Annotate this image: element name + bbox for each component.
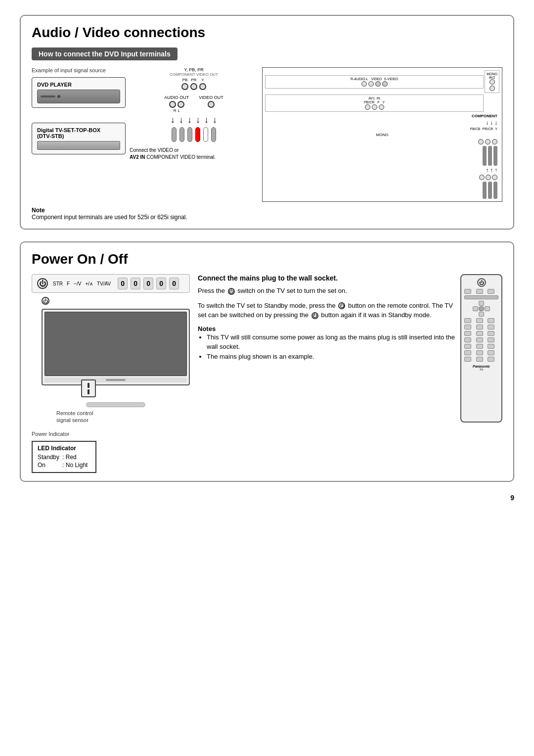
r-btn-8 xyxy=(476,325,483,330)
component-video-out-label: Y, PB, PR COMPONENT VIDEO OUT xyxy=(130,67,258,77)
r-btn-4 xyxy=(464,318,471,323)
br2 xyxy=(488,182,492,199)
remote-extra-row xyxy=(464,350,498,355)
panel-row-top: R-AUDIO-L VIDEO S-VIDEO MONO xyxy=(265,70,499,93)
arrow6: ↓ xyxy=(213,115,217,125)
dvd-player-label: DVD PLAYER xyxy=(37,82,120,88)
audio-video-section: Audio / Video connections How to connect… xyxy=(20,15,514,230)
num-6 xyxy=(488,337,494,342)
page-number: 9 xyxy=(20,494,514,502)
ch-btn-1: 0 xyxy=(118,278,128,289)
bp-c3 xyxy=(375,81,381,87)
r-audio-l-label: R-AUDIO-L xyxy=(351,77,368,81)
note-section: Note Component input terminals are used … xyxy=(32,207,502,221)
pr-label: PR xyxy=(190,78,197,82)
led-on-value: : No Light xyxy=(62,461,90,469)
remote-power-area: ⏻ xyxy=(464,278,498,287)
led-title: LED Indicator xyxy=(38,445,90,452)
remote-playback xyxy=(464,357,498,362)
video-label: VIDEO xyxy=(371,77,382,81)
num-5 xyxy=(476,337,483,342)
f-label: F xyxy=(67,281,70,286)
str-label: STR xyxy=(53,281,63,286)
tv-body xyxy=(42,309,190,385)
rca2 xyxy=(179,127,184,142)
rca1 xyxy=(172,127,177,142)
panel-section-r-audio-mono: MONO AV2 xyxy=(485,70,499,93)
tv-base-bar xyxy=(86,402,145,407)
plug-icon xyxy=(81,379,96,397)
tail1 xyxy=(483,146,487,166)
rca3 xyxy=(187,127,192,142)
pr-cr-label: PR/CR xyxy=(483,127,493,131)
y-connector xyxy=(199,83,206,90)
dtv-stb-box: Digital TV-SET-TOP-BOX (DTV-STB) xyxy=(32,123,126,154)
power-title: Power On / Off xyxy=(32,251,502,267)
num-3 xyxy=(488,331,494,336)
arrows-down: ↓ ↓ ↓ ↓ ↓ ↓ xyxy=(130,115,258,125)
rca5 xyxy=(203,127,208,142)
av1-connectors xyxy=(267,104,482,110)
component-terminal-text: COMPONENT VIDEO terminal. xyxy=(146,154,216,160)
dtv-stb-body xyxy=(37,141,120,150)
r-play-1 xyxy=(464,357,471,362)
av2-in-connectors xyxy=(265,139,497,144)
av2-label: AV2 xyxy=(487,76,497,79)
comp-c1 xyxy=(479,175,485,180)
channel-buttons: 0 0 0 0 0 xyxy=(118,278,179,289)
video-out-spacer xyxy=(199,108,223,113)
arrow1: ↓ xyxy=(171,115,175,125)
r-play-2 xyxy=(476,357,483,362)
video-out-label: VIDEO OUT xyxy=(199,95,223,100)
c-arrow2: ↓ xyxy=(490,119,493,126)
led-standby-label: Standby xyxy=(38,453,62,461)
bp-av1-3 xyxy=(379,104,384,110)
wall-plug xyxy=(81,379,190,397)
remote-grid-3 xyxy=(464,325,498,330)
connect-video-text: Connect the VIDEO or xyxy=(130,147,179,153)
notes-section: Notes This TV will still consume some po… xyxy=(198,325,460,362)
plus-a-label: +/∧ xyxy=(85,281,93,286)
bp-av2-1 xyxy=(490,79,495,85)
power-indicator-label: Power Indicator xyxy=(32,431,190,437)
av-diagram: Example of input signal source DVD PLAYE… xyxy=(32,67,502,202)
press-text: Press the xyxy=(198,287,225,294)
tail2 xyxy=(488,146,492,166)
tv-base xyxy=(42,402,190,407)
r-label: R xyxy=(174,108,177,113)
y-comp-label: Y xyxy=(495,127,497,131)
br1 xyxy=(483,182,487,199)
num-8 xyxy=(476,344,483,349)
r-extra-3 xyxy=(488,350,494,355)
pr-connector xyxy=(190,83,197,90)
note-label: Note xyxy=(32,207,45,214)
power-icon-row: ⏻ xyxy=(42,297,190,305)
remote-num-7-9 xyxy=(464,344,498,349)
tv-av-label: TV/AV xyxy=(97,281,111,286)
component-panel-label: COMPONENT xyxy=(265,114,497,118)
component-input-connectors xyxy=(265,175,497,180)
r-btn-1 xyxy=(464,289,471,294)
component-out-label: COMPONENT VIDEO OUT xyxy=(130,72,258,77)
num-1 xyxy=(464,331,471,336)
remote-num-1-3 xyxy=(464,331,498,336)
r-btn-5 xyxy=(476,318,483,323)
nav-tl xyxy=(473,301,478,306)
num-7 xyxy=(464,344,471,349)
standby-instruction-para: To switch the TV set to Standby mode, pr… xyxy=(198,301,460,320)
power-section-full: ⏻ STR F −/V +/∧ TV/AV 0 0 0 0 0 xyxy=(32,274,502,473)
remote-power-btn: ⏻ xyxy=(477,278,486,287)
power-symbol-small: ⏻ xyxy=(42,297,49,305)
comp-c2 xyxy=(486,175,491,180)
ch-btn-2: 0 xyxy=(131,278,140,289)
bp-av1-2 xyxy=(372,104,377,110)
nav-bl xyxy=(473,312,478,317)
subsection-header: How to connect the DVD Input terminals xyxy=(32,47,178,60)
audio-out-area: AUDIO OUT R L VIDEO OUT xyxy=(130,95,258,113)
remote-sensor-area: Remote control signal sensor xyxy=(56,410,190,423)
av2-c1 xyxy=(478,139,484,144)
note-text: Component input terminals are used for 5… xyxy=(32,214,187,221)
ch-btn-4: 0 xyxy=(156,278,166,289)
connect-header-text: Connect the mains plug to the wall socke… xyxy=(198,274,338,282)
av1-in-label: IN xyxy=(377,96,380,100)
